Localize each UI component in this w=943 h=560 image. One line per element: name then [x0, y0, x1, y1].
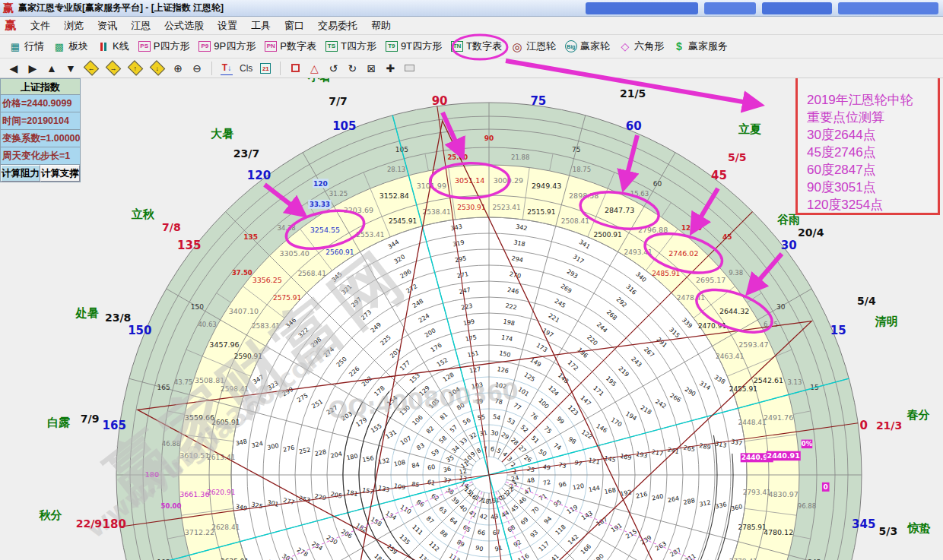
diamond-down-icon[interactable]: ↓ — [150, 60, 166, 76]
svg-text:23/7: 23/7 — [233, 147, 259, 160]
svg-text:惊蛰: 惊蛰 — [907, 521, 931, 535]
svg-text:9.38: 9.38 — [729, 269, 743, 277]
nav-down-icon[interactable]: ▼ — [65, 62, 77, 75]
svg-text:7/7: 7/7 — [329, 95, 348, 107]
svg-text:120: 120 — [313, 180, 328, 188]
annotation-line-4: 60度2847点 — [807, 161, 938, 179]
cls-icon[interactable]: Cls — [240, 62, 252, 75]
pink-icon: P9 — [198, 41, 211, 52]
menu-item-0[interactable]: 文件 — [24, 17, 57, 34]
svg-text:2463.41: 2463.41 — [716, 353, 744, 360]
toolbar-divider — [280, 62, 281, 75]
svg-text:40.63: 40.63 — [198, 321, 216, 328]
move-cross-icon[interactable]: ✚ — [384, 62, 396, 75]
rotate-ccw-icon[interactable]: ↺ — [327, 62, 339, 75]
toolbar-button-6[interactable]: TST四方形 — [321, 37, 381, 55]
svg-text:2847.73: 2847.73 — [605, 206, 634, 214]
menu-item-9[interactable]: 帮助 — [364, 17, 398, 34]
svg-text:34.38: 34.38 — [277, 224, 295, 232]
svg-text:2785.91: 2785.91 — [738, 524, 767, 531]
svg-text:21/3: 21/3 — [876, 419, 902, 432]
svg-text:90: 90 — [484, 134, 494, 142]
annotation-line-3: 45度2746点 — [807, 144, 938, 161]
symbol-name: 上证指数 — [1, 79, 80, 95]
rotate-cw-icon[interactable]: ↻ — [346, 62, 358, 75]
zoom-in-icon[interactable]: ⊕ — [172, 62, 184, 75]
calc-support-button[interactable]: 计算支撑 — [40, 165, 80, 182]
box-x-icon[interactable]: ⊠ — [365, 62, 377, 75]
svg-text:21.88: 21.88 — [511, 153, 529, 161]
menu-item-8[interactable]: 交易委托 — [311, 17, 364, 34]
pink-icon: PS — [138, 41, 151, 52]
menu-item-5[interactable]: 设置 — [211, 17, 244, 34]
toolbar-label: 板块 — [68, 40, 88, 53]
toolbar-button-8[interactable]: TNT数字表 — [446, 37, 506, 55]
time-down-icon[interactable]: T↓ — [221, 62, 233, 75]
toolbar-button-1[interactable]: ▩板块 — [49, 37, 93, 55]
diamond-up-icon[interactable]: ↑ — [128, 60, 144, 76]
svg-text:135: 135 — [177, 239, 201, 252]
toolbar-button-3[interactable]: PSP四方形 — [134, 37, 195, 55]
screen-icon[interactable] — [403, 62, 415, 75]
nav-left-icon[interactable]: ◀ — [8, 62, 20, 75]
nav-up-icon[interactable]: ▲ — [46, 62, 58, 75]
grid-icon: ▦ — [9, 41, 21, 52]
svg-text:0%: 0% — [802, 440, 813, 448]
red-square-icon[interactable] — [289, 62, 301, 75]
diamond-right-icon[interactable]: → — [106, 60, 122, 76]
menu-item-6[interactable]: 工具 — [244, 17, 278, 34]
zoom-out-icon[interactable]: ⊖ — [191, 62, 203, 75]
svg-text:3407.10: 3407.10 — [229, 307, 259, 315]
menu-logo-icon: 赢 — [5, 18, 16, 33]
svg-text:31.25: 31.25 — [329, 190, 348, 198]
toolbar-label: P数字表 — [280, 40, 316, 53]
svg-text:2628.41: 2628.41 — [211, 524, 240, 531]
svg-text:2470.91: 2470.91 — [698, 322, 726, 330]
toolbar-button-5[interactable]: PNP数字表 — [260, 37, 321, 55]
dollar-icon: $ — [673, 41, 685, 52]
toolbar-button-12[interactable]: $赢家服务 — [668, 37, 732, 55]
menu-item-2[interactable]: 资讯 — [90, 17, 124, 34]
svg-text:3.13: 3.13 — [787, 378, 802, 386]
toolbar-button-7[interactable]: T99T四方形 — [381, 37, 446, 55]
svg-text:4780.12: 4780.12 — [764, 528, 793, 536]
menu-item-1[interactable]: 浏览 — [57, 17, 90, 34]
red-triangle-icon[interactable]: △ — [308, 62, 320, 75]
diamond-left-icon[interactable]: ← — [84, 60, 100, 76]
toolbar-button-2[interactable]: K线 — [93, 37, 134, 55]
toolbar-label: P四方形 — [154, 40, 190, 53]
calendar-icon[interactable]: 21 — [259, 62, 271, 75]
toolbar-button-10[interactable]: Big赢家轮 — [560, 37, 614, 55]
svg-text:2593.47: 2593.47 — [738, 340, 768, 349]
annotation-line-2: 30度2644点 — [807, 126, 938, 144]
titlebar-overlay-blob — [704, 2, 756, 14]
big-icon: Big — [565, 40, 577, 52]
svg-text:2644.32: 2644.32 — [719, 307, 749, 315]
toolbar-label: T数字表 — [466, 40, 502, 53]
svg-text:2778.41: 2778.41 — [729, 558, 757, 560]
parameter-rows: 价格=2440.9099时间=20190104变换系数=1.00000周天变化步… — [1, 95, 80, 165]
wheel-icon: ◎ — [511, 41, 523, 52]
svg-text:2796.88: 2796.88 — [638, 226, 668, 234]
svg-text:5/4: 5/4 — [857, 295, 876, 307]
menu-item-4[interactable]: 公式选股 — [157, 17, 211, 34]
svg-text:3203.69: 3203.69 — [344, 206, 373, 214]
svg-text:150: 150 — [128, 324, 151, 337]
toolbar-button-9[interactable]: ◎江恩轮 — [506, 37, 560, 55]
toolbar-button-4[interactable]: P99P四方形 — [194, 37, 260, 55]
svg-text:165: 165 — [103, 419, 126, 432]
toolbar-button-11[interactable]: ◇六角形 — [614, 37, 668, 55]
menu-item-7[interactable]: 窗口 — [278, 17, 311, 34]
titlebar-overlay-blob — [838, 2, 938, 14]
menu-item-3[interactable]: 江恩 — [124, 17, 157, 34]
pink-icon: PN — [265, 41, 277, 52]
parameter-row-0: 价格=2440.9099 — [1, 95, 80, 112]
toolbar-button-0[interactable]: ▦行情 — [5, 37, 49, 55]
svg-text:20/4: 20/4 — [798, 226, 824, 239]
svg-text:清明: 清明 — [875, 315, 898, 328]
nav-right-icon[interactable]: ▶ — [27, 62, 39, 75]
calc-resistance-button[interactable]: 计算阻力 — [1, 165, 40, 182]
svg-text:白露: 白露 — [47, 416, 70, 429]
svg-text:30: 30 — [776, 303, 786, 311]
svg-text:60: 60 — [653, 180, 662, 188]
